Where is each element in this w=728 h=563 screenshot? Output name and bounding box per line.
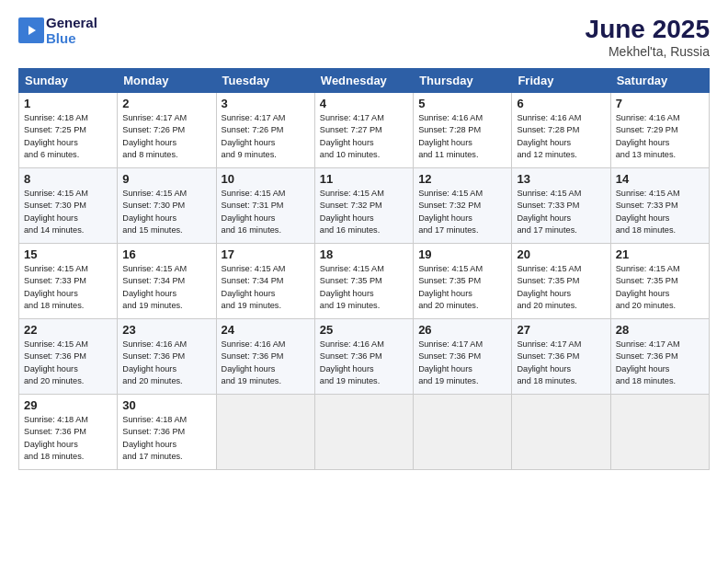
sunrise-label: Sunrise: 4:16 AM — [616, 113, 680, 122]
table-row: 12 Sunrise: 4:15 AM Sunset: 7:32 PM Dayl… — [414, 168, 512, 244]
table-row: 28 Sunrise: 4:17 AM Sunset: 7:36 PM Dayl… — [610, 319, 709, 395]
sunrise-label: Sunrise: 4:15 AM — [24, 264, 88, 273]
day-number: 5 — [418, 97, 506, 110]
sunrise-label: Sunrise: 4:16 AM — [222, 339, 286, 349]
day-number: 15 — [24, 247, 112, 261]
sunset-label: Sunset: 7:36 PM — [122, 351, 185, 361]
daylight-duration: and 11 minutes. — [418, 150, 478, 159]
table-row: 5 Sunrise: 4:16 AM Sunset: 7:28 PM Dayli… — [414, 93, 512, 168]
logo-name: General Blue — [46, 15, 97, 46]
day-number: 8 — [24, 172, 112, 186]
table-row: 21 Sunrise: 4:15 AM Sunset: 7:35 PM Dayl… — [610, 244, 709, 319]
daylight-duration: and 20 minutes. — [517, 301, 576, 310]
daylight-duration: and 16 minutes. — [320, 225, 380, 235]
sunset-label: Sunset: 7:36 PM — [24, 427, 86, 436]
day-info: Sunrise: 4:16 AM Sunset: 7:29 PM Dayligh… — [616, 112, 704, 161]
page: General Blue June 2025 Mekhel'ta, Russia… — [0, 0, 728, 563]
sunrise-label: Sunrise: 4:15 AM — [616, 189, 680, 198]
sunrise-label: Sunrise: 4:17 AM — [222, 113, 286, 122]
daylight-duration: and 20 minutes. — [616, 301, 676, 310]
daylight-label: Daylight hours — [222, 138, 276, 147]
day-number: 21 — [616, 247, 704, 261]
sunset-label: Sunset: 7:36 PM — [24, 351, 86, 361]
table-row — [610, 395, 709, 470]
table-row: 8 Sunrise: 4:15 AM Sunset: 7:30 PM Dayli… — [19, 168, 118, 244]
table-row — [512, 395, 610, 470]
day-number: 30 — [122, 398, 210, 412]
day-info: Sunrise: 4:15 AM Sunset: 7:30 PM Dayligh… — [24, 188, 112, 236]
day-info: Sunrise: 4:17 AM Sunset: 7:36 PM Dayligh… — [616, 339, 704, 387]
logo-arrow-icon — [28, 26, 36, 35]
day-number: 29 — [24, 398, 112, 412]
daylight-duration: and 19 minutes. — [320, 376, 380, 385]
location: Mekhel'ta, Russia — [586, 44, 710, 59]
sunrise-label: Sunrise: 4:16 AM — [122, 339, 187, 349]
day-number: 25 — [320, 323, 408, 337]
day-info: Sunrise: 4:17 AM Sunset: 7:36 PM Dayligh… — [517, 339, 605, 387]
table-row: 24 Sunrise: 4:16 AM Sunset: 7:36 PM Dayl… — [216, 319, 314, 395]
sunrise-label: Sunrise: 4:15 AM — [320, 189, 384, 198]
calendar-week-row: 8 Sunrise: 4:15 AM Sunset: 7:30 PM Dayli… — [19, 168, 710, 244]
table-row: 15 Sunrise: 4:15 AM Sunset: 7:33 PM Dayl… — [19, 244, 118, 319]
daylight-duration: and 17 minutes. — [418, 225, 478, 235]
day-number: 22 — [24, 323, 112, 337]
day-number: 10 — [222, 172, 310, 186]
sunrise-label: Sunrise: 4:15 AM — [222, 264, 286, 273]
table-row: 7 Sunrise: 4:16 AM Sunset: 7:29 PM Dayli… — [610, 93, 709, 168]
daylight-label: Daylight hours — [122, 440, 176, 449]
sunrise-label: Sunrise: 4:16 AM — [517, 113, 581, 122]
day-info: Sunrise: 4:15 AM Sunset: 7:32 PM Dayligh… — [320, 188, 408, 236]
daylight-duration: and 18 minutes. — [616, 225, 676, 235]
day-number: 4 — [320, 97, 408, 110]
sunrise-label: Sunrise: 4:18 AM — [24, 113, 88, 122]
table-row — [414, 395, 512, 470]
daylight-label: Daylight hours — [24, 440, 78, 449]
day-info: Sunrise: 4:16 AM Sunset: 7:28 PM Dayligh… — [418, 112, 506, 161]
sunrise-label: Sunrise: 4:15 AM — [616, 264, 680, 273]
day-number: 20 — [517, 247, 605, 261]
table-row — [314, 395, 413, 470]
daylight-label: Daylight hours — [24, 289, 78, 298]
sunrise-label: Sunrise: 4:17 AM — [320, 113, 384, 122]
daylight-label: Daylight hours — [616, 213, 670, 223]
logo-general: General — [46, 15, 97, 30]
daylight-duration: and 20 minutes. — [122, 376, 182, 385]
header-monday: Monday — [118, 69, 216, 93]
sunset-label: Sunset: 7:36 PM — [616, 351, 678, 361]
day-number: 24 — [222, 323, 310, 337]
sunrise-label: Sunrise: 4:16 AM — [320, 339, 384, 349]
daylight-label: Daylight hours — [122, 213, 176, 223]
daylight-label: Daylight hours — [122, 138, 176, 147]
sunrise-label: Sunrise: 4:15 AM — [320, 264, 384, 273]
header-saturday: Saturday — [610, 69, 709, 93]
daylight-label: Daylight hours — [222, 213, 276, 223]
sunrise-label: Sunrise: 4:15 AM — [517, 189, 581, 198]
table-row: 17 Sunrise: 4:15 AM Sunset: 7:34 PM Dayl… — [216, 244, 314, 319]
sunrise-label: Sunrise: 4:15 AM — [517, 264, 581, 273]
sunrise-label: Sunrise: 4:15 AM — [24, 339, 88, 349]
day-info: Sunrise: 4:15 AM Sunset: 7:35 PM Dayligh… — [616, 263, 704, 312]
sunrise-label: Sunrise: 4:17 AM — [122, 113, 187, 122]
table-row: 16 Sunrise: 4:15 AM Sunset: 7:34 PM Dayl… — [118, 244, 216, 319]
daylight-duration: and 19 minutes. — [320, 301, 380, 310]
table-row: 2 Sunrise: 4:17 AM Sunset: 7:26 PM Dayli… — [118, 93, 216, 168]
sunrise-label: Sunrise: 4:15 AM — [418, 189, 483, 198]
sunset-label: Sunset: 7:35 PM — [418, 276, 481, 285]
day-number: 3 — [222, 97, 310, 110]
calendar-header-row: Sunday Monday Tuesday Wednesday Thursday… — [19, 69, 710, 93]
daylight-duration: and 12 minutes. — [517, 150, 576, 159]
logo-icon — [18, 17, 44, 43]
calendar-week-row: 29 Sunrise: 4:18 AM Sunset: 7:36 PM Dayl… — [19, 395, 710, 470]
daylight-duration: and 15 minutes. — [122, 225, 182, 235]
day-number: 16 — [122, 247, 210, 261]
calendar: Sunday Monday Tuesday Wednesday Thursday… — [18, 68, 710, 470]
table-row: 4 Sunrise: 4:17 AM Sunset: 7:27 PM Dayli… — [314, 93, 413, 168]
table-row: 23 Sunrise: 4:16 AM Sunset: 7:36 PM Dayl… — [118, 319, 216, 395]
day-info: Sunrise: 4:15 AM Sunset: 7:35 PM Dayligh… — [517, 263, 605, 312]
table-row: 19 Sunrise: 4:15 AM Sunset: 7:35 PM Dayl… — [414, 244, 512, 319]
day-number: 19 — [418, 247, 506, 261]
daylight-label: Daylight hours — [122, 289, 176, 298]
day-number: 9 — [122, 172, 210, 186]
day-info: Sunrise: 4:15 AM Sunset: 7:33 PM Dayligh… — [24, 263, 112, 312]
day-info: Sunrise: 4:16 AM Sunset: 7:28 PM Dayligh… — [517, 112, 605, 161]
